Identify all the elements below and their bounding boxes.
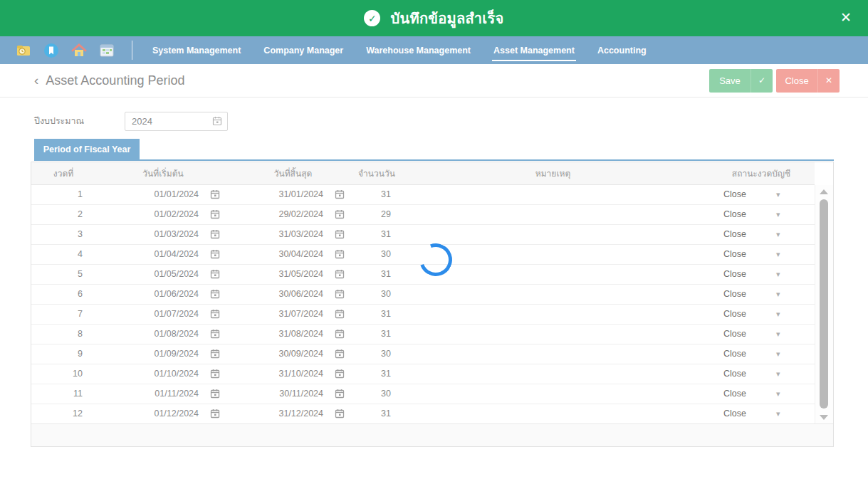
back-chevron-icon[interactable]: ‹ [34, 73, 38, 88]
end-date-cell[interactable]: 30/06/2024 [231, 284, 323, 304]
status-dropdown[interactable]: Close ▾ [708, 389, 815, 399]
calendar-icon[interactable] [335, 209, 345, 219]
calendar-icon[interactable] [212, 116, 222, 126]
start-date-cell[interactable]: 01/09/2024 [95, 344, 199, 364]
start-date-cell[interactable]: 01/11/2024 [95, 384, 199, 404]
calendar-icon[interactable] [335, 389, 345, 399]
nav-item-system-management[interactable]: System Management [141, 36, 252, 64]
status-value: Close [723, 369, 746, 379]
start-date-cell[interactable]: 01/07/2024 [95, 304, 199, 324]
start-date-cell[interactable]: 01/10/2024 [95, 364, 199, 384]
scrollbar-thumb[interactable] [820, 199, 828, 409]
status-dropdown[interactable]: Close ▾ [708, 369, 815, 379]
remark-cell [398, 224, 708, 244]
close-button[interactable]: Close ✕ [776, 69, 840, 93]
end-date-cell[interactable]: 31/10/2024 [231, 364, 323, 384]
calendar-icon[interactable] [335, 189, 345, 199]
calendar-icon[interactable] [335, 269, 345, 279]
calendar-icon[interactable] [335, 229, 345, 239]
calendar-icon[interactable] [210, 389, 220, 399]
days-cell: 31 [355, 224, 398, 244]
start-date-cell[interactable]: 01/06/2024 [95, 284, 199, 304]
nav-item-asset-management[interactable]: Asset Management [482, 36, 586, 64]
end-date-cell[interactable]: 31/08/2024 [231, 324, 323, 344]
end-date-cell[interactable]: 29/02/2024 [231, 204, 323, 224]
calendar-icon[interactable] [210, 409, 220, 419]
start-date-cell[interactable]: 01/05/2024 [95, 264, 199, 284]
caret-down-icon: ▾ [776, 310, 780, 319]
start-date-cell[interactable]: 01/01/2024 [95, 184, 199, 204]
table-row: 9 01/09/2024 30/09/2024 30 [31, 344, 815, 364]
status-dropdown[interactable]: Close ▾ [708, 409, 815, 419]
end-date-cell[interactable]: 31/03/2024 [231, 224, 323, 244]
calendar-icon[interactable] [210, 249, 220, 259]
nav-item-accounting[interactable]: Accounting [586, 36, 658, 64]
period-no-cell: 11 [31, 384, 95, 404]
tab-period-of-fiscal-year[interactable]: Period of Fiscal Year [34, 139, 140, 159]
toast-close-icon[interactable]: ✕ [837, 9, 855, 27]
bookmark-icon[interactable] [43, 43, 59, 58]
status-value: Close [723, 409, 746, 419]
days-cell: 31 [355, 324, 398, 344]
period-no-cell: 10 [31, 364, 95, 384]
end-date-cell[interactable]: 31/05/2024 [231, 264, 323, 284]
end-date-cell[interactable]: 31/07/2024 [231, 304, 323, 324]
nav-item-company-manager[interactable]: Company Manager [252, 36, 355, 64]
calendar-icon[interactable] [335, 289, 345, 299]
end-date-cell[interactable]: 30/09/2024 [231, 344, 323, 364]
status-value: Close [723, 309, 746, 319]
table-row: 11 01/11/2024 30/11/2024 30 [31, 384, 815, 404]
status-dropdown[interactable]: Close ▾ [708, 209, 815, 219]
period-no-cell: 2 [31, 204, 95, 224]
end-date-cell[interactable]: 30/11/2024 [231, 384, 323, 404]
calendar-icon[interactable] [335, 329, 345, 339]
remark-cell [398, 184, 708, 204]
start-date-cell[interactable]: 01/04/2024 [95, 244, 199, 264]
remark-cell [398, 364, 708, 384]
calendar-icon[interactable] [335, 349, 345, 359]
calendar-icon[interactable] [210, 309, 220, 319]
end-date-cell[interactable]: 31/01/2024 [231, 184, 323, 204]
home-icon[interactable] [71, 43, 87, 58]
calendar-icon[interactable] [335, 369, 345, 379]
calendar-icon[interactable] [210, 289, 220, 299]
table-row: 6 01/06/2024 30/06/2024 30 [31, 284, 815, 304]
start-date-cell[interactable]: 01/08/2024 [95, 324, 199, 344]
calendar-icon[interactable] [335, 309, 345, 319]
save-check-icon: ✓ [751, 69, 773, 93]
save-button[interactable]: Save ✓ [709, 69, 773, 93]
status-dropdown[interactable]: Close ▾ [708, 349, 815, 359]
history-folder-icon[interactable] [16, 43, 31, 58]
col-header-status: สถานะงวดบัญชี [708, 162, 815, 184]
status-dropdown[interactable]: Close ▾ [708, 329, 815, 339]
vertical-scrollbar[interactable] [815, 185, 833, 424]
calendar-icon[interactable] [335, 249, 345, 259]
start-date-cell[interactable]: 01/12/2024 [95, 404, 199, 423]
calendar-grid-icon[interactable] [99, 43, 115, 58]
fiscal-year-input[interactable]: 2024 [125, 112, 228, 131]
start-date-cell[interactable]: 01/02/2024 [95, 204, 199, 224]
scroll-up-arrow-icon[interactable] [820, 189, 828, 194]
calendar-icon[interactable] [210, 189, 220, 199]
end-date-cell[interactable]: 31/12/2024 [231, 404, 323, 423]
days-cell: 30 [355, 344, 398, 364]
nav-item-warehouse-management[interactable]: Warehouse Management [355, 36, 482, 64]
calendar-icon[interactable] [335, 409, 345, 419]
status-dropdown[interactable]: Close ▾ [708, 309, 815, 319]
col-header-period-no: งวดที่ [31, 162, 95, 184]
calendar-icon[interactable] [210, 209, 220, 219]
scroll-down-arrow-icon[interactable] [820, 415, 828, 420]
status-dropdown[interactable]: Close ▾ [708, 229, 815, 239]
calendar-icon[interactable] [210, 269, 220, 279]
calendar-icon[interactable] [210, 329, 220, 339]
status-dropdown[interactable]: Close ▾ [708, 289, 815, 299]
remark-cell [398, 404, 708, 423]
end-date-cell[interactable]: 30/04/2024 [231, 244, 323, 264]
start-date-cell[interactable]: 01/03/2024 [95, 224, 199, 244]
status-dropdown[interactable]: Close ▾ [708, 249, 815, 259]
calendar-icon[interactable] [210, 229, 220, 239]
calendar-icon[interactable] [210, 349, 220, 359]
calendar-icon[interactable] [210, 369, 220, 379]
status-dropdown[interactable]: Close ▾ [708, 269, 815, 279]
status-dropdown[interactable]: Close ▾ [708, 189, 815, 199]
